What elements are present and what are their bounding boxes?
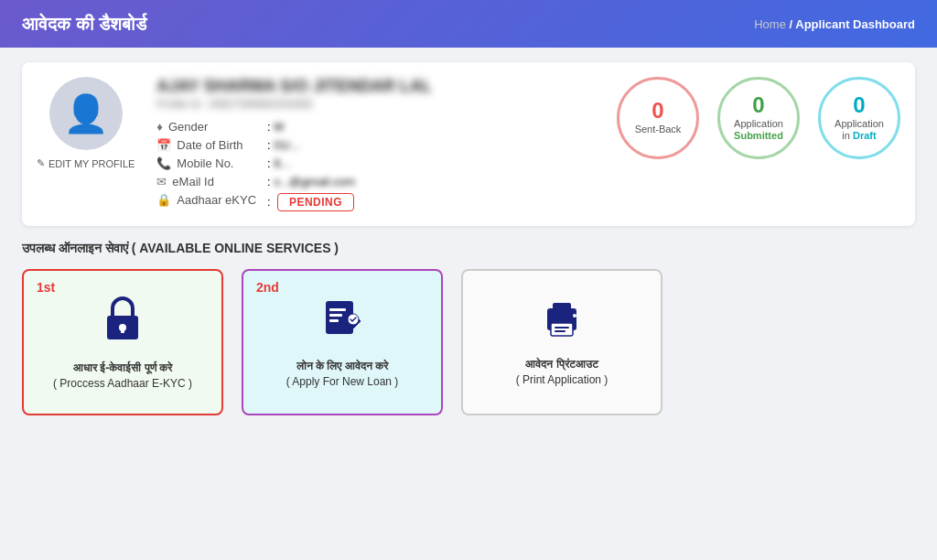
stat-draft-count: 0 bbox=[853, 94, 865, 116]
user-avatar-icon: 👤 bbox=[63, 92, 109, 135]
lock-icon: 🔒 bbox=[156, 193, 171, 207]
edit-service-icon bbox=[318, 296, 366, 350]
breadcrumb-current: Applicant Dashboard bbox=[795, 17, 915, 31]
svg-rect-4 bbox=[329, 308, 346, 311]
service-step-1: 1st bbox=[37, 280, 55, 295]
profile-id-label: Profile Id : bbox=[156, 98, 206, 111]
email-icon: ✉ bbox=[156, 175, 167, 188]
svg-rect-5 bbox=[329, 314, 342, 317]
mobile-row: 📞 Mobile No. : 8... bbox=[156, 156, 355, 175]
main-content: 👤 ✎ EDIT MY PROFILE AJAY SHARMA S/O JITE… bbox=[0, 48, 937, 430]
pending-badge[interactable]: PENDING bbox=[277, 193, 354, 211]
avatar: 👤 bbox=[49, 77, 123, 150]
stat-submitted-count: 0 bbox=[752, 94, 764, 116]
service-label-print: आवेदन प्रिंटआउट ( Print Application ) bbox=[516, 357, 609, 388]
dob-value: : 01/... bbox=[256, 138, 355, 156]
services-heading: उपलब्ध ऑनलाइन सेवाएं ( AVAILABLE ONLINE … bbox=[22, 241, 915, 256]
profile-id: Profile Id : 05827089992034065 bbox=[156, 98, 595, 111]
phone-icon: 📞 bbox=[156, 156, 171, 170]
stat-draft-label: Applicationin Draft bbox=[835, 118, 884, 142]
svg-rect-11 bbox=[555, 327, 569, 328]
stats-section: 0 Sent-Back 0 ApplicationSubmitted 0 App… bbox=[595, 77, 900, 159]
service-card-loan[interactable]: 2nd लोन के लिए आवेदन करे ( bbox=[242, 269, 443, 415]
gender-row: ♦ Gender : M bbox=[156, 120, 355, 138]
gender-icon: ♦ bbox=[156, 120, 163, 134]
dob-row: 📅 Date of Birth : 01/... bbox=[156, 138, 355, 156]
stat-submitted-label: ApplicationSubmitted bbox=[734, 118, 783, 142]
email-row: ✉ eMail Id : v...@gmail.com bbox=[156, 175, 355, 193]
service-label-loan: लोन के लिए आवेदन करे ( Apply For New Loa… bbox=[286, 359, 399, 390]
stat-sent-back: 0 Sent-Back bbox=[617, 77, 699, 159]
stat-sent-back-count: 0 bbox=[652, 100, 663, 122]
email-label: ✉ eMail Id bbox=[156, 175, 256, 188]
profile-name: AJAY SHARMA S/O JITENDAR LAL bbox=[156, 77, 595, 96]
stat-draft: 0 Applicationin Draft bbox=[818, 77, 900, 159]
services-container: उपलब्ध ऑनलाइन सेवाएं ( AVAILABLE ONLINE … bbox=[22, 241, 915, 415]
stat-sent-back-label: Sent-Back bbox=[635, 124, 682, 135]
edit-profile-label: EDIT MY PROFILE bbox=[48, 158, 135, 169]
calendar-icon: 📅 bbox=[156, 138, 171, 152]
print-service-icon bbox=[538, 297, 586, 348]
mobile-value: : 8... bbox=[256, 156, 355, 175]
dob-label: 📅 Date of Birth bbox=[156, 138, 256, 152]
email-value: : v...@gmail.com bbox=[256, 175, 355, 193]
svg-rect-9 bbox=[553, 303, 571, 314]
lock-service-icon bbox=[100, 294, 145, 351]
svg-point-13 bbox=[573, 314, 576, 318]
stat-submitted: 0 ApplicationSubmitted bbox=[717, 77, 800, 159]
svg-rect-12 bbox=[555, 330, 565, 332]
gender-label: ♦ Gender bbox=[156, 120, 256, 134]
svg-rect-2 bbox=[121, 328, 124, 333]
mobile-label: 📞 Mobile No. bbox=[156, 156, 256, 170]
service-step-2: 2nd bbox=[256, 280, 279, 295]
header: आवेदक की डैशबोर्ड Home / Applicant Dashb… bbox=[0, 0, 937, 48]
breadcrumb-home[interactable]: Home bbox=[754, 17, 786, 31]
aadhaar-row: 🔒 Aadhaar eKYC : PENDING bbox=[156, 193, 355, 211]
service-card-print[interactable]: आवेदन प्रिंटआउट ( Print Application ) bbox=[461, 269, 662, 415]
edit-icon: ✎ bbox=[37, 157, 45, 169]
edit-profile-button[interactable]: ✎ EDIT MY PROFILE bbox=[37, 157, 135, 169]
page-title: आवेदक की डैशबोर्ड bbox=[22, 14, 146, 35]
breadcrumb: Home / Applicant Dashboard bbox=[754, 17, 915, 31]
gender-value: : M bbox=[256, 120, 355, 138]
profile-info: AJAY SHARMA S/O JITENDAR LAL Profile Id … bbox=[156, 77, 595, 211]
profile-card: 👤 ✎ EDIT MY PROFILE AJAY SHARMA S/O JITE… bbox=[22, 62, 915, 226]
profile-id-value: 05827089992034065 bbox=[210, 98, 313, 111]
aadhaar-label: 🔒 Aadhaar eKYC bbox=[156, 193, 256, 207]
aadhaar-status-cell: : PENDING bbox=[256, 193, 355, 211]
avatar-section: 👤 ✎ EDIT MY PROFILE bbox=[37, 77, 135, 169]
service-card-ekyc[interactable]: 1st आधार ई-केवाईसी पूर्ण करे ( Proccess … bbox=[22, 269, 223, 415]
svg-rect-6 bbox=[329, 319, 339, 322]
service-label-ekyc: आधार ई-केवाईसी पूर्ण करे ( Proccess Aadh… bbox=[53, 361, 192, 392]
svg-rect-10 bbox=[551, 323, 573, 336]
services-list: 1st आधार ई-केवाईसी पूर्ण करे ( Proccess … bbox=[22, 269, 915, 415]
